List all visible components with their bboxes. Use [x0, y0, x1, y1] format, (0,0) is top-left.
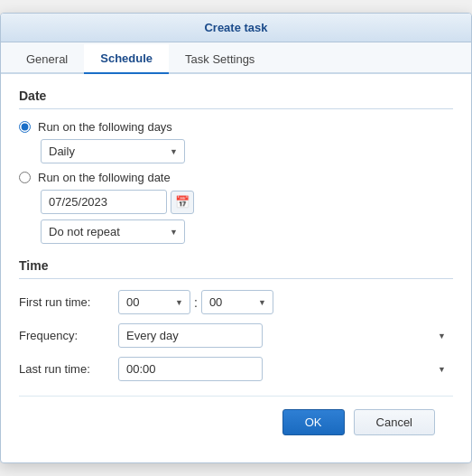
minute-select-wrapper: 00051015 20253035 40455055 [201, 290, 273, 314]
dialog-title: Create task [1, 14, 471, 42]
dialog-footer: OK Cancel [19, 396, 453, 448]
time-section-title: Time [19, 258, 453, 273]
date-input[interactable] [41, 190, 167, 214]
cancel-button[interactable]: Cancel [354, 409, 435, 435]
date-divider [19, 108, 453, 109]
radio-row-following-days: Run on the following days [19, 120, 453, 134]
tab-bar: General Schedule Task Settings [1, 42, 471, 74]
daily-select-wrapper: Daily Weekly Monthly [41, 139, 185, 163]
date-section-title: Date [19, 89, 453, 103]
first-run-label: First run time: [19, 295, 118, 309]
frequency-select-wrapper: Every day Every hour Every 30 minutes [118, 323, 453, 348]
tab-schedule[interactable]: Schedule [84, 44, 169, 74]
hour-select[interactable]: 00010203 04050607 08091011 12131415 1617… [118, 290, 190, 314]
ok-button[interactable]: OK [282, 409, 345, 435]
repeat-select-wrapper: Do not repeat Daily Weekly Monthly [41, 219, 185, 244]
frequency-label: Frequency: [19, 329, 118, 342]
last-run-select[interactable]: 00:0001:0002:0003:00 04:0005:0006:0007:0… [118, 357, 263, 381]
tab-general[interactable]: General [10, 44, 84, 74]
time-divider [19, 278, 453, 279]
radio-following-date[interactable] [19, 172, 31, 183]
time-grid: First run time: 00010203 04050607 080910… [19, 290, 453, 381]
radio-following-date-label: Run on the following date [38, 171, 171, 184]
radio-following-days[interactable] [19, 121, 31, 133]
create-task-dialog: Create task General Schedule Task Settin… [0, 13, 472, 463]
repeat-select[interactable]: Do not repeat Daily Weekly Monthly [41, 219, 185, 244]
tab-task-settings[interactable]: Task Settings [169, 44, 271, 74]
radio-following-days-label: Run on the following days [38, 120, 172, 134]
frequency-select[interactable]: Every day Every hour Every 30 minutes [118, 323, 263, 348]
calendar-icon[interactable]: 📅 [171, 191, 194, 214]
hour-select-wrapper: 00010203 04050607 08091011 12131415 1617… [118, 290, 190, 314]
last-run-label: Last run time: [19, 362, 118, 376]
dialog-body: Date Run on the following days Daily Wee… [1, 74, 471, 462]
last-run-select-wrapper: 00:0001:0002:0003:00 04:0005:0006:0007:0… [118, 357, 453, 381]
daily-select[interactable]: Daily Weekly Monthly [41, 139, 185, 163]
radio-row-following-date: Run on the following date [19, 171, 453, 184]
time-colon: : [194, 295, 198, 310]
time-section: Time First run time: 00010203 04050607 0… [19, 258, 453, 381]
date-radio-group: Run on the following days Daily Weekly M… [19, 120, 453, 244]
first-run-inputs: 00010203 04050607 08091011 12131415 1617… [118, 290, 453, 314]
minute-select[interactable]: 00051015 20253035 40455055 [201, 290, 273, 314]
date-input-row: 📅 [41, 190, 453, 214]
